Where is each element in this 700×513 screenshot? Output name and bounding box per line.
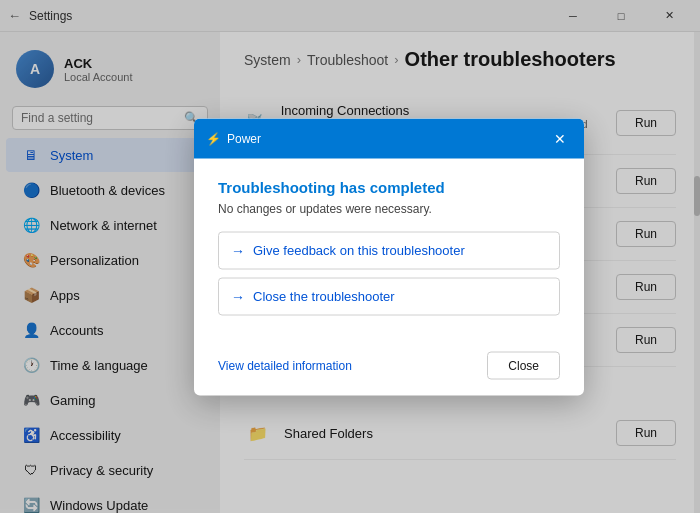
feedback-action[interactable]: → Give feedback on this troubleshooter — [218, 231, 560, 269]
dialog-title-text: Power — [227, 131, 261, 145]
dialog-footer: View detailed information Close — [194, 339, 584, 395]
close-troubleshooter-label: Close the troubleshooter — [253, 289, 395, 304]
feedback-label: Give feedback on this troubleshooter — [253, 243, 465, 258]
dialog-titlebar: ⚡ Power ✕ — [194, 118, 584, 158]
power-dialog: ⚡ Power ✕ Troubleshooting has completed … — [194, 118, 584, 395]
dialog-title: ⚡ Power — [206, 131, 261, 145]
close-troubleshooter-action[interactable]: → Close the troubleshooter — [218, 277, 560, 315]
detail-link[interactable]: View detailed information — [218, 358, 352, 372]
feedback-arrow-icon: → — [231, 242, 245, 258]
dialog-close-button[interactable]: ✕ — [548, 126, 572, 150]
power-icon: ⚡ — [206, 131, 221, 145]
dialog-heading: Troubleshooting has completed — [218, 178, 560, 195]
dialog-body: Troubleshooting has completed No changes… — [194, 158, 584, 339]
close-troubleshooter-arrow-icon: → — [231, 288, 245, 304]
dialog-subtext: No changes or updates were necessary. — [218, 201, 560, 215]
dialog-close-btn[interactable]: Close — [487, 351, 560, 379]
